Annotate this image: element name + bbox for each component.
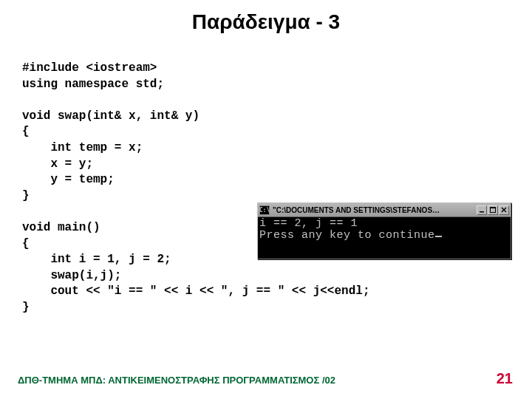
slide-footer: ΔΠΘ-ΤΜΗΜΑ ΜΠΔ: ΑΝΤΙΚΕΙΜΕΝΟΣΤΡΑΦΗΣ ΠΡΟΓΡΑ… (18, 375, 335, 386)
console-line-1: i == 2, j == 1 (259, 217, 358, 230)
slide-title: Παράδειγμα - 3 (0, 0, 532, 40)
svg-rect-2 (491, 208, 496, 209)
console-cmd-icon: C:\ (259, 205, 270, 215)
close-button[interactable] (499, 205, 509, 215)
window-control-group (477, 205, 509, 215)
console-title-text: "C:\DOCUMENTS AND SETTINGS\STEFANOS… (273, 206, 477, 214)
console-line-2: Press any key to continue (259, 229, 435, 242)
console-output: i == 2, j == 1 Press any key to continue (258, 217, 511, 259)
console-titlebar: C:\ "C:\DOCUMENTS AND SETTINGS\STEFANOS… (258, 203, 511, 217)
svg-rect-0 (480, 211, 484, 213)
console-window: C:\ "C:\DOCUMENTS AND SETTINGS\STEFANOS…… (257, 202, 511, 259)
minimize-button[interactable] (477, 205, 487, 215)
page-number: 21 (497, 370, 513, 387)
maximize-button[interactable] (488, 205, 498, 215)
cursor-icon (435, 236, 442, 237)
code-listing: #include <iostream> using namespace std;… (0, 40, 532, 316)
